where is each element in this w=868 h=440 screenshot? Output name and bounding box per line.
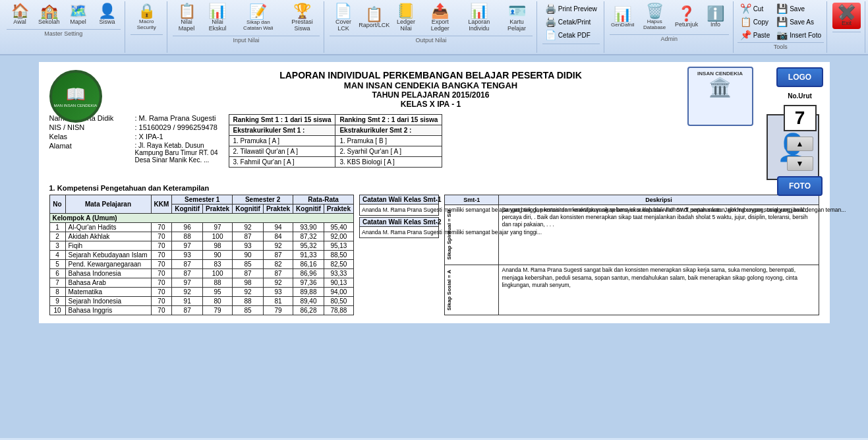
prestasi-button[interactable]: 🏆 Prestasi Siswa xyxy=(285,3,320,33)
cell-no: 4 xyxy=(49,251,65,260)
ekskul2-item1: 1. Pramuka [ B ] xyxy=(335,136,442,146)
print-preview-button[interactable]: 🖨️ Print Preview xyxy=(542,3,600,15)
catatan-row: Ananda M. Rama Prana Sugesti memiliki se… xyxy=(360,204,439,216)
toolbar-group-print: 🖨️ Print Preview 🖨️ Cetak/Print 📄 Cetak … xyxy=(538,1,604,53)
ekskul2-header: Ekstrakurikuler Smt 2 : xyxy=(335,125,442,136)
lock-icon: 🔒 xyxy=(138,4,156,18)
home-icon: 🏠 xyxy=(11,4,29,18)
kartu-button[interactable]: 🪪 Kartu Pelajar xyxy=(501,3,533,33)
cover-button[interactable]: 📄 Cover LCK xyxy=(330,3,357,33)
report-header: 📖 MAN INSAN CENDEKIA INSAN CENDEKIA 🏛️ L… xyxy=(49,70,819,109)
toolbar-group-tools: ✂️ Cut 📋 Copy 📌 Paste 💾 Save 💾 xyxy=(735,1,827,53)
nav-down-arrow[interactable]: ▼ xyxy=(787,156,813,171)
nav-up-arrow[interactable]: ▲ xyxy=(787,137,813,151)
ekskul1-item2: 2. Tilawatil Qur'an [ A ] xyxy=(229,146,335,157)
table-row: 5 Pend. Kewarganegaraan 70 87 83 85 82 8… xyxy=(49,260,354,269)
cell-s1p: 100 xyxy=(203,269,233,278)
cell-s1k: 97 xyxy=(172,278,203,288)
cell-s1k: 91 xyxy=(172,297,203,306)
mapel-button[interactable]: 🗺️ Mapel xyxy=(65,3,92,26)
export-button[interactable]: 📤 Export Ledger xyxy=(423,3,457,33)
col-sem1: Semester 1 xyxy=(172,195,233,204)
cell-s2k: 98 xyxy=(233,278,264,288)
scissors-icon: ✂️ xyxy=(740,3,751,14)
ekskul2-item3: 3. KBS Biologi [ A ] xyxy=(335,157,442,168)
cell-subject: Pend. Kewarganegaraan xyxy=(65,260,151,269)
copy-icon: 📋 xyxy=(740,16,751,27)
macro-security-button[interactable]: 🔒 Macro Security xyxy=(130,3,163,32)
clipboard-icon: 📋 xyxy=(178,4,196,18)
col-s2-prak: Praktek xyxy=(263,204,293,214)
ekskul1-header: Ekstrakurikuler Smt 1 : xyxy=(229,125,335,136)
kelas-row: Kelas : X IPA-1 xyxy=(49,133,221,141)
save-as-button[interactable]: 💾 Save As xyxy=(774,16,824,28)
cell-rp: 88,50 xyxy=(324,251,353,260)
info-icon: ℹ️ xyxy=(707,7,724,21)
paste-icon: 📌 xyxy=(740,30,751,40)
document-icon: 📄 xyxy=(334,4,352,18)
cell-subject: Bahasa Arab xyxy=(65,278,151,288)
tools-label: Tools xyxy=(738,42,824,50)
cell-no: 3 xyxy=(49,241,65,251)
col-subject: Mata Pelajaran xyxy=(65,195,151,214)
paste-button[interactable]: 📌 Paste xyxy=(738,29,773,41)
gen-dafnil-button[interactable]: 📊 GenDafnil xyxy=(610,6,636,29)
content-area: LOGO No.Urut 7 ▲ ▼ FOTO 📖 MAN INSAN CEND… xyxy=(0,55,868,438)
cell-subject: Matematika xyxy=(65,288,151,297)
col-r-kog: Kognitif xyxy=(293,204,324,214)
cell-subject: Akidah Akhlak xyxy=(65,232,151,241)
cell-s1k: 97 xyxy=(172,241,203,251)
cell-s2p: 92 xyxy=(263,241,293,251)
cell-rp: 90,13 xyxy=(324,278,353,288)
catatan-area: Catatan Wali Kelas Smt-1 Ananda M. Rama … xyxy=(359,195,439,315)
hapus-database-button[interactable]: 🗑️ Hapus Database xyxy=(639,3,671,32)
ledger-button[interactable]: 📒 Ledger Nilai xyxy=(391,3,421,33)
no-urut-box[interactable]: 7 xyxy=(784,105,817,131)
petunjuk-button[interactable]: ❓ Petunjuk xyxy=(674,5,700,29)
cell-no: 2 xyxy=(49,232,65,241)
siswa-button[interactable]: 👤 Siswa xyxy=(94,3,121,26)
nilai-ekskul-button[interactable]: 📊 Nilai Ekskul xyxy=(203,3,232,33)
cell-rk: 86,28 xyxy=(293,306,324,315)
cell-rk: 95,32 xyxy=(293,241,324,251)
kelas-value: : X IPA-1 xyxy=(135,133,221,141)
raport-button[interactable]: 📋 Raport/LCK xyxy=(360,6,389,30)
ledger-icon: 📒 xyxy=(397,4,415,18)
toolbar-group-master: 🏠 Awal 🏫 Sekolah 🗺️ Mapel 👤 Siswa Master… xyxy=(3,1,125,53)
group-a-header: Kelompok A (Umum) xyxy=(49,214,354,223)
print-preview-icon: 🖨️ xyxy=(545,3,556,14)
cetak-print-button[interactable]: 🖨️ Cetak/Print xyxy=(542,16,600,28)
cell-s1k: 87 xyxy=(172,269,203,278)
nis-value: : 15160029 / 9996259478 xyxy=(135,123,221,131)
cut-button[interactable]: ✂️ Cut xyxy=(738,3,773,15)
foto-button[interactable]: FOTO xyxy=(777,176,823,196)
nama-value: : M. Rama Prana Sugesti xyxy=(135,114,221,122)
copy-button[interactable]: 📋 Copy xyxy=(738,16,773,28)
save-button[interactable]: 💾 Save xyxy=(774,3,824,15)
cell-s2p: 87 xyxy=(263,269,293,278)
save-as-icon: 💾 xyxy=(776,16,788,27)
sekolah-button[interactable]: 🏫 Sekolah xyxy=(36,3,63,26)
cell-s1p: 100 xyxy=(203,232,233,241)
ekskul2-item2: 2. Syarhil Qur'an [ A ] xyxy=(335,146,442,157)
catatan-header: Catatan Wali Kelas Smt-1 xyxy=(360,195,439,204)
cell-kkm: 70 xyxy=(151,251,172,260)
nis-label: NIS / NISN xyxy=(49,123,135,131)
admin-label: Admin xyxy=(610,34,729,42)
cetak-pdf-button[interactable]: 📄 Cetak PDF xyxy=(542,29,600,41)
cell-rp: 95,40 xyxy=(324,223,353,232)
cell-s2p: 82 xyxy=(263,260,293,269)
printer-icon: 🖨️ xyxy=(545,16,556,27)
exit-button[interactable]: ✖️ Exit xyxy=(832,3,861,29)
awal-button[interactable]: 🏠 Awal xyxy=(7,3,33,26)
table-row: 7 Bahasa Arab 70 97 88 98 92 97,36 90,13 xyxy=(49,278,354,288)
kelas-label: Kelas xyxy=(49,133,135,141)
cell-s2k: 92 xyxy=(233,288,264,297)
info-button[interactable]: ℹ️ Info xyxy=(703,5,729,29)
laporan-button[interactable]: 📊 Laporan Individu xyxy=(459,3,498,33)
table-row: 2 Akidah Akhlak 70 88 100 87 84 87,32 92… xyxy=(49,232,354,241)
nilai-mapel-button[interactable]: 📋 Nilai Mapel xyxy=(173,3,200,33)
sikap-button[interactable]: 📝 Sikap dan Catatan Wali xyxy=(235,3,282,32)
insert-foto-button[interactable]: 📷 Insert Foto xyxy=(774,29,824,41)
cell-s2k: 88 xyxy=(233,297,264,306)
